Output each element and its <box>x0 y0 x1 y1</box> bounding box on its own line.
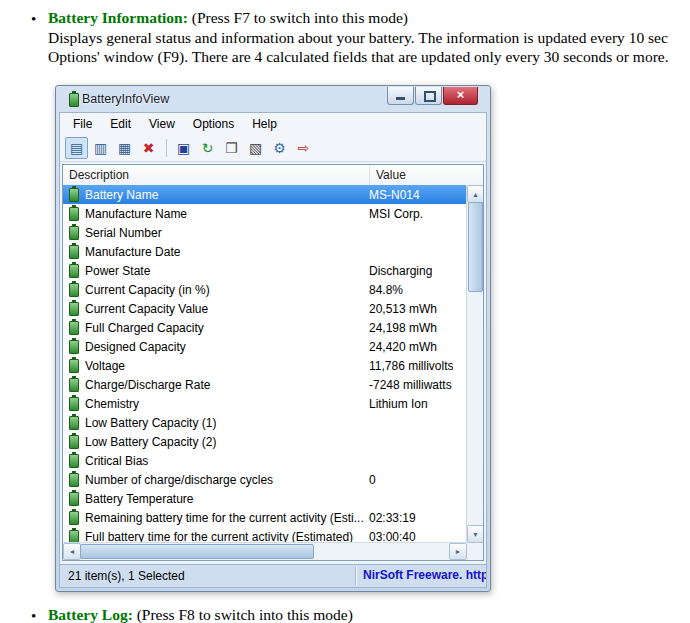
list-item[interactable]: Battery Name MS-N014 <box>63 185 467 204</box>
save-report-icon[interactable]: ▣ <box>172 137 195 159</box>
menu-view[interactable]: View <box>140 114 184 134</box>
row-description: Battery Name <box>85 188 369 202</box>
menu-help[interactable]: Help <box>243 114 286 134</box>
list-item[interactable]: Chemistry Lithium Ion <box>63 394 467 413</box>
client-area: File Edit View Options Help ▤ ▥ ▦ ✖ ▣ ↻ … <box>59 112 487 588</box>
toolbar: ▤ ▥ ▦ ✖ ▣ ↻ ❐ ▧ ⚙ ⇨ <box>60 135 486 162</box>
battery-icon <box>69 454 79 468</box>
list-item[interactable]: Current Capacity (in %) 84.8% <box>63 280 467 299</box>
delete-icon[interactable]: ✖ <box>137 137 160 159</box>
battery-log-heading: Battery Log: <box>48 606 133 623</box>
battery-icon <box>69 378 79 392</box>
app-battery-icon <box>69 93 79 107</box>
row-description: Critical Bias <box>85 454 369 468</box>
list-item[interactable]: Full Charged Capacity 24,198 mWh <box>63 318 467 337</box>
horizontal-scroll-thumb[interactable] <box>80 544 314 559</box>
list-header: Description Value <box>63 165 483 186</box>
menu-edit[interactable]: Edit <box>101 114 140 134</box>
properties-icon[interactable]: ⚙ <box>268 137 291 159</box>
row-description: Chemistry <box>85 397 369 411</box>
battery-icon <box>69 340 79 354</box>
copy-icon[interactable]: ❐ <box>220 137 243 159</box>
window-controls: × <box>386 87 478 105</box>
row-value: 24,198 mWh <box>369 321 437 335</box>
row-description: Low Battery Capacity (2) <box>85 435 369 449</box>
list-item[interactable]: Current Capacity Value 20,513 mWh <box>63 299 467 318</box>
list-item[interactable]: Serial Number <box>63 223 467 242</box>
row-value: 20,513 mWh <box>369 302 437 316</box>
row-description: Full battery time for the current activi… <box>85 530 369 544</box>
choose-columns-icon[interactable]: ▦ <box>113 137 136 159</box>
scroll-up-icon[interactable]: ▲ <box>467 185 484 203</box>
row-value: Discharging <box>369 264 432 278</box>
row-description: Power State <box>85 264 369 278</box>
battery-icon <box>69 530 79 544</box>
list-item[interactable]: Designed Capacity 24,420 mWh <box>63 337 467 356</box>
row-value: 03:00:40 <box>369 530 416 544</box>
list-item[interactable]: Manufacture Date <box>63 242 467 261</box>
minimize-button[interactable] <box>387 87 414 105</box>
battery-log-suffix: (Press F8 to switch into this mode) <box>133 606 353 623</box>
list-item[interactable]: Remaining battery time for the current a… <box>63 508 467 527</box>
bullet-marker-2: • <box>31 608 36 623</box>
row-value: 24,420 mWh <box>369 340 437 354</box>
battery-icon <box>69 283 79 297</box>
menu-file[interactable]: File <box>64 114 101 134</box>
battery-icon <box>69 207 79 221</box>
row-description: Remaining battery time for the current a… <box>85 511 369 525</box>
column-header-description[interactable]: Description <box>63 165 370 185</box>
scroll-left-icon[interactable]: ◄ <box>63 543 81 560</box>
row-description: Low Battery Capacity (1) <box>85 416 369 430</box>
list-item[interactable]: Full battery time for the current activi… <box>63 527 467 543</box>
toolbar-separator <box>166 139 167 157</box>
row-value: Lithium Ion <box>369 397 428 411</box>
row-description: Current Capacity (in %) <box>85 283 369 297</box>
list-body: Battery Name MS-N014 Manufacture Name MS… <box>63 185 467 543</box>
battery-icon <box>69 511 79 525</box>
refresh-icon[interactable]: ↻ <box>196 137 219 159</box>
maximize-button[interactable] <box>415 87 442 105</box>
doc-paragraph-line-1: Displays general status and information … <box>48 29 668 47</box>
title-bar[interactable]: BatteryInfoView × <box>56 86 490 112</box>
nirsoft-freeware-link[interactable]: NirSoft Freeware. http <box>363 568 486 582</box>
column-header-value[interactable]: Value <box>370 168 483 182</box>
row-value: -7248 milliwatts <box>369 378 452 392</box>
menu-options[interactable]: Options <box>184 114 243 134</box>
row-description: Designed Capacity <box>85 340 369 354</box>
row-description: Full Charged Capacity <box>85 321 369 335</box>
vertical-scroll-thumb[interactable] <box>468 202 483 292</box>
exit-icon[interactable]: ⇨ <box>292 137 315 159</box>
paste-icon[interactable]: ▧ <box>244 137 267 159</box>
row-value: MS-N014 <box>369 188 420 202</box>
list-item[interactable]: Power State Discharging <box>63 261 467 280</box>
row-value: MSI Corp. <box>369 207 423 221</box>
close-button[interactable]: × <box>443 87 478 105</box>
window-title: BatteryInfoView <box>82 92 169 106</box>
item-view-icon[interactable]: ▥ <box>89 137 112 159</box>
list-item[interactable]: Voltage 11,786 millivolts <box>63 356 467 375</box>
list-item[interactable]: Low Battery Capacity (1) <box>63 413 467 432</box>
battery-icon <box>69 416 79 430</box>
list-item[interactable]: Manufacture Name MSI Corp. <box>63 204 467 223</box>
maximize-icon <box>424 91 436 102</box>
list-item[interactable]: Number of charge/discharge cycles 0 <box>63 470 467 489</box>
scrollbar-corner <box>467 543 483 560</box>
scroll-right-icon[interactable]: ► <box>449 543 467 560</box>
vertical-scrollbar[interactable]: ▲ ▼ <box>466 185 483 543</box>
report-view-icon[interactable]: ▤ <box>65 137 88 159</box>
list-item[interactable]: Battery Temperature <box>63 489 467 508</box>
battery-icon <box>69 435 79 449</box>
batteryinfoview-window: BatteryInfoView × File Edit View Options… <box>55 85 491 592</box>
battery-icon <box>69 321 79 335</box>
scroll-down-icon[interactable]: ▼ <box>467 525 484 543</box>
battery-icon <box>69 397 79 411</box>
list-item[interactable]: Critical Bias <box>63 451 467 470</box>
menu-bar: File Edit View Options Help <box>60 113 486 135</box>
list-item[interactable]: Low Battery Capacity (2) <box>63 432 467 451</box>
doc-heading-line: Battery Information: (Press F7 to switch… <box>48 9 408 27</box>
list-item[interactable]: Charge/Discharge Rate -7248 milliwatts <box>63 375 467 394</box>
battery-icon <box>69 473 79 487</box>
row-description: Serial Number <box>85 226 369 240</box>
status-item-count: 21 item(s), 1 Selected <box>60 569 185 583</box>
horizontal-scrollbar[interactable]: ◄ ► <box>63 542 467 560</box>
